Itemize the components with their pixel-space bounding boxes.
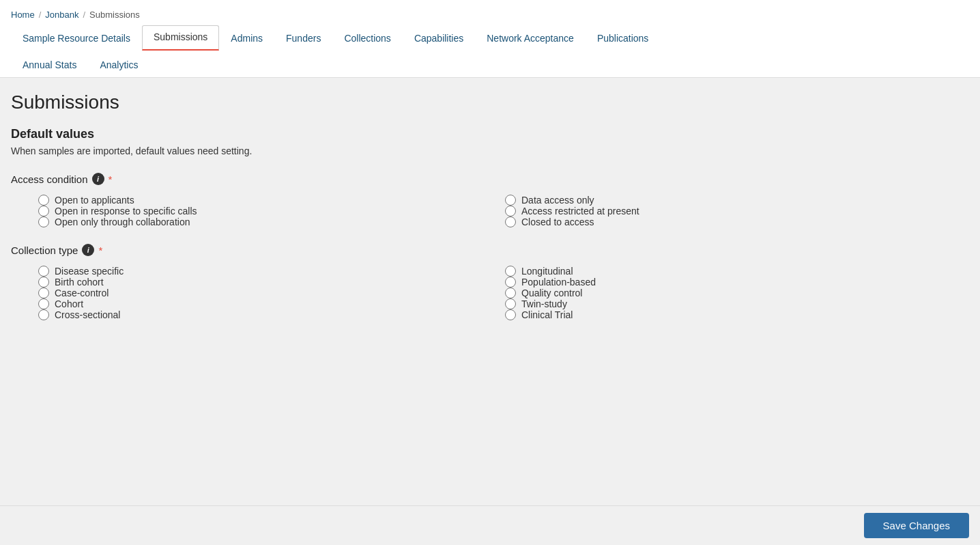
- radio-option: Open in response to specific calls: [38, 206, 478, 216]
- radio-label: Cross-sectional: [55, 309, 120, 320]
- radio-label: Population-based: [521, 277, 596, 288]
- collection-type-radio[interactable]: [38, 288, 49, 298]
- radio-label: Disease specific: [55, 266, 124, 277]
- radio-option: Birth cohort: [38, 277, 478, 288]
- radio-option: Disease specific: [38, 266, 478, 277]
- radio-option: Access restricted at present: [505, 206, 945, 216]
- radio-option: Case-control: [38, 288, 478, 298]
- default-values-section: Default values When samples are imported…: [11, 127, 945, 320]
- radio-label: Case-control: [55, 288, 109, 298]
- radio-label: Access restricted at present: [521, 206, 639, 216]
- collection-type-radio[interactable]: [505, 277, 516, 288]
- page-title: Submissions: [11, 92, 945, 113]
- tab-network-acceptance[interactable]: Network Acceptance: [475, 27, 586, 51]
- tab-capabilities[interactable]: Capabilities: [403, 27, 475, 51]
- collection-type-radio[interactable]: [505, 266, 516, 277]
- collection-type-radio[interactable]: [38, 266, 49, 277]
- access-condition-right-col: Data access onlyAccess restricted at pre…: [505, 195, 945, 227]
- access-condition-radio[interactable]: [38, 195, 49, 206]
- section-title: Default values: [11, 127, 945, 141]
- radio-label: Clinical Trial: [521, 309, 573, 320]
- access-condition-info-icon: i: [92, 173, 104, 185]
- breadcrumb-current: Submissions: [89, 10, 140, 20]
- access-condition-label: Access condition i *: [11, 173, 945, 185]
- top-bar: Home / Jonbank / Submissions Sample Reso…: [0, 0, 980, 78]
- access-condition-radio[interactable]: [505, 206, 516, 216]
- radio-option: Cross-sectional: [38, 309, 478, 320]
- access-condition-radio[interactable]: [38, 206, 49, 216]
- radio-option: Closed to access: [505, 216, 945, 227]
- breadcrumb-sep2: /: [83, 10, 85, 20]
- collection-type-radio[interactable]: [505, 288, 516, 298]
- collection-type-left-col: Disease specificBirth cohortCase-control…: [38, 266, 478, 320]
- nav-tabs-row2: Annual StatsAnalytics: [11, 51, 969, 77]
- tab-funders[interactable]: Funders: [274, 27, 332, 51]
- radio-label: Open in response to specific calls: [55, 206, 197, 216]
- radio-option: Population-based: [505, 277, 945, 288]
- radio-label: Twin-study: [521, 298, 567, 309]
- radio-option: Data access only: [505, 195, 945, 206]
- radio-label: Birth cohort: [55, 277, 104, 288]
- collection-type-info-icon: i: [82, 244, 94, 256]
- access-condition-options: Open to applicantsOpen in response to sp…: [11, 195, 945, 227]
- radio-option: Open only through collaboration: [38, 216, 478, 227]
- tab-analytics[interactable]: Analytics: [88, 53, 149, 77]
- radio-label: Longitudinal: [521, 266, 573, 277]
- collection-type-radio[interactable]: [38, 309, 49, 320]
- tab-submissions[interactable]: Submissions: [142, 25, 219, 51]
- collection-type-radio[interactable]: [38, 277, 49, 288]
- radio-label: Open only through collaboration: [55, 216, 190, 227]
- nav-tabs-row1: Sample Resource DetailsSubmissionsAdmins…: [11, 25, 969, 51]
- breadcrumb: Home / Jonbank / Submissions: [11, 5, 969, 25]
- collection-type-right-col: LongitudinalPopulation-basedQuality cont…: [505, 266, 945, 320]
- main-content: Submissions Default values When samples …: [0, 78, 955, 397]
- radio-label: Open to applicants: [55, 195, 134, 206]
- collection-type-options: Disease specificBirth cohortCase-control…: [11, 266, 945, 320]
- access-condition-required: *: [109, 173, 113, 185]
- radio-option: Open to applicants: [38, 195, 478, 206]
- breadcrumb-sep1: /: [39, 10, 42, 20]
- collection-type-radio[interactable]: [505, 309, 516, 320]
- radio-option: Twin-study: [505, 298, 945, 309]
- radio-label: Quality control: [521, 288, 582, 298]
- breadcrumb-jonbank[interactable]: Jonbank: [45, 10, 78, 20]
- radio-option: Clinical Trial: [505, 309, 945, 320]
- radio-option: Longitudinal: [505, 266, 945, 277]
- collection-type-label: Collection type i *: [11, 244, 945, 256]
- breadcrumb-home[interactable]: Home: [11, 10, 35, 20]
- radio-label: Closed to access: [521, 216, 594, 227]
- radio-label: Data access only: [521, 195, 594, 206]
- collection-type-required: *: [98, 244, 102, 256]
- radio-option: Cohort: [38, 298, 478, 309]
- tab-collections[interactable]: Collections: [332, 27, 402, 51]
- tab-sample-resource-details[interactable]: Sample Resource Details: [11, 27, 142, 51]
- section-subtitle: When samples are imported, default value…: [11, 145, 945, 156]
- tab-annual-stats[interactable]: Annual Stats: [11, 53, 88, 77]
- tab-admins[interactable]: Admins: [219, 27, 274, 51]
- radio-label: Cohort: [55, 298, 83, 309]
- access-condition-radio[interactable]: [505, 216, 516, 227]
- access-condition-radio[interactable]: [38, 216, 49, 227]
- tab-publications[interactable]: Publications: [586, 27, 661, 51]
- radio-option: Quality control: [505, 288, 945, 298]
- collection-type-radio[interactable]: [505, 298, 516, 309]
- collection-type-radio[interactable]: [38, 298, 49, 309]
- access-condition-left-col: Open to applicantsOpen in response to sp…: [38, 195, 478, 227]
- access-condition-radio[interactable]: [505, 195, 516, 206]
